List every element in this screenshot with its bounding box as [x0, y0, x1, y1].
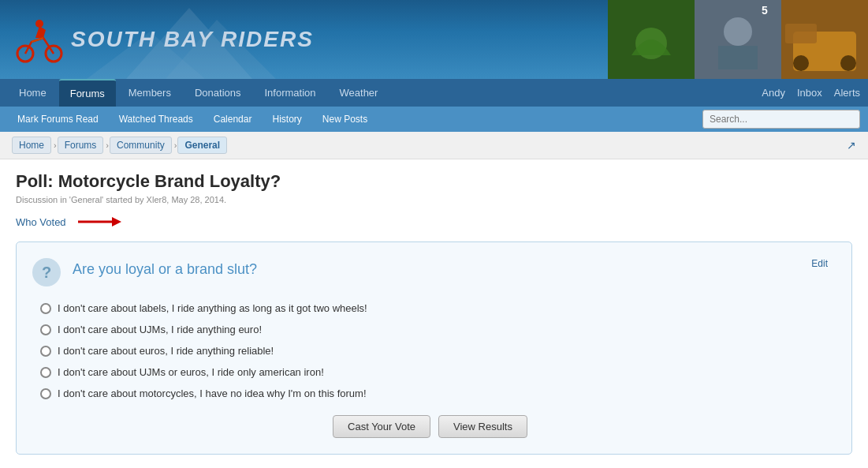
- svg-rect-15: [785, 24, 817, 43]
- red-arrow-icon: [74, 214, 121, 230]
- header-photo-1: [608, 0, 695, 79]
- photo-1-image: [608, 0, 695, 79]
- svg-point-10: [724, 17, 752, 46]
- site-header: SOUTH BAY RIDERS 5: [0, 0, 868, 79]
- thread-meta: Discussion in 'General' started by Xler8…: [16, 195, 852, 204]
- breadcrumb-sep-2: ›: [106, 140, 109, 150]
- breadcrumb-sep-1: ›: [54, 140, 57, 150]
- photo-2-image: 5: [695, 0, 781, 79]
- external-link-icon[interactable]: ↗: [847, 139, 856, 152]
- nav-home[interactable]: Home: [8, 79, 58, 107]
- nav-forums[interactable]: Forums: [59, 79, 116, 107]
- arrow-indicator: [74, 214, 121, 230]
- poll-radio-3[interactable]: [40, 346, 51, 357]
- header-photo-2: 5: [695, 0, 781, 79]
- poll-option-5[interactable]: I don't care about motorcycles, I have n…: [40, 388, 828, 399]
- poll-actions: Cast Your Vote View Results: [32, 415, 828, 438]
- photo-3-image: [781, 0, 868, 79]
- poll-option-text-2: I don't care about UJMs, I ride anything…: [58, 324, 262, 335]
- svg-marker-19: [112, 217, 121, 227]
- poll-radio-1[interactable]: [40, 303, 51, 314]
- motorcycle-icon: [16, 14, 63, 66]
- nav-information[interactable]: Information: [253, 79, 326, 107]
- primary-nav-right: Andy Inbox Alerts: [762, 87, 860, 99]
- sec-nav-watched[interactable]: Watched Threads: [110, 107, 203, 132]
- svg-line-6: [32, 38, 43, 42]
- nav-inbox[interactable]: Inbox: [797, 87, 822, 99]
- search-input[interactable]: [702, 110, 860, 129]
- poll-option-4[interactable]: I don't care about UJMs or euros, I ride…: [40, 366, 828, 378]
- poll-radio-4[interactable]: [40, 367, 51, 378]
- poll-options: I don't care about labels, I ride anythi…: [40, 302, 828, 399]
- nav-weather[interactable]: Weather: [329, 79, 389, 107]
- poll-option-2[interactable]: I don't care about UJMs, I ride anything…: [40, 324, 828, 335]
- poll-header: ? Are you loyal or a brand slut? Edit: [32, 258, 828, 286]
- sec-nav-mark-forums[interactable]: Mark Forums Read: [8, 107, 108, 132]
- primary-nav: Home Forums Members Donations Informatio…: [0, 79, 868, 107]
- view-results-button[interactable]: View Results: [438, 415, 527, 438]
- breadcrumb-community[interactable]: Community: [110, 137, 172, 154]
- poll-radio-5[interactable]: [40, 388, 51, 399]
- poll-option-text-3: I don't care about euros, I ride anythin…: [58, 345, 274, 357]
- nav-alerts[interactable]: Alerts: [834, 87, 860, 99]
- poll-edit-link[interactable]: Edit: [811, 258, 828, 269]
- page-title: Poll: Motorcycle Brand Loyalty?: [16, 171, 852, 192]
- breadcrumb-general[interactable]: General: [177, 137, 227, 154]
- breadcrumb-sep-3: ›: [174, 140, 177, 150]
- main-content: Poll: Motorcycle Brand Loyalty? Discussi…: [0, 159, 868, 468]
- header-photo-3: [781, 0, 868, 79]
- secondary-nav: Mark Forums Read Watched Threads Calenda…: [0, 107, 868, 132]
- primary-nav-left: Home Forums Members Donations Informatio…: [8, 79, 389, 107]
- poll-option-text-4: I don't care about UJMs or euros, I ride…: [58, 366, 324, 378]
- secondary-nav-left: Mark Forums Read Watched Threads Calenda…: [8, 107, 701, 132]
- breadcrumb-bar: Home › Forums › Community › General ↗: [0, 132, 868, 159]
- mountain-decoration: [63, 0, 300, 79]
- svg-point-17: [840, 55, 856, 71]
- poll-option-1[interactable]: I don't care about labels, I ride anythi…: [40, 302, 828, 314]
- sec-nav-calendar[interactable]: Calendar: [204, 107, 262, 132]
- poll-option-text-5: I don't care about motorcycles, I have n…: [58, 388, 367, 399]
- svg-point-5: [35, 20, 43, 28]
- sec-nav-new-posts[interactable]: New Posts: [313, 107, 377, 132]
- poll-box: ? Are you loyal or a brand slut? Edit I …: [16, 241, 852, 455]
- breadcrumb-forums[interactable]: Forums: [58, 137, 104, 154]
- breadcrumb-home[interactable]: Home: [12, 137, 51, 154]
- who-voted-link[interactable]: Who Voted: [16, 216, 66, 228]
- sec-nav-history[interactable]: History: [263, 107, 311, 132]
- cast-vote-button[interactable]: Cast Your Vote: [333, 415, 430, 438]
- nav-user[interactable]: Andy: [762, 87, 785, 99]
- poll-option-text-1: I don't care about labels, I ride anythi…: [58, 302, 367, 314]
- nav-members[interactable]: Members: [117, 79, 182, 107]
- svg-point-16: [793, 55, 809, 71]
- svg-rect-11: [718, 46, 758, 69]
- poll-option-3[interactable]: I don't care about euros, I ride anythin…: [40, 345, 828, 357]
- poll-question-text: Are you loyal or a brand slut?: [73, 261, 257, 278]
- poll-question-icon: ?: [32, 258, 61, 286]
- nav-donations[interactable]: Donations: [184, 79, 252, 107]
- who-voted-row: Who Voted: [16, 214, 852, 230]
- header-photos: 5: [608, 0, 868, 79]
- svg-text:5: 5: [762, 4, 768, 17]
- poll-radio-2[interactable]: [40, 324, 51, 335]
